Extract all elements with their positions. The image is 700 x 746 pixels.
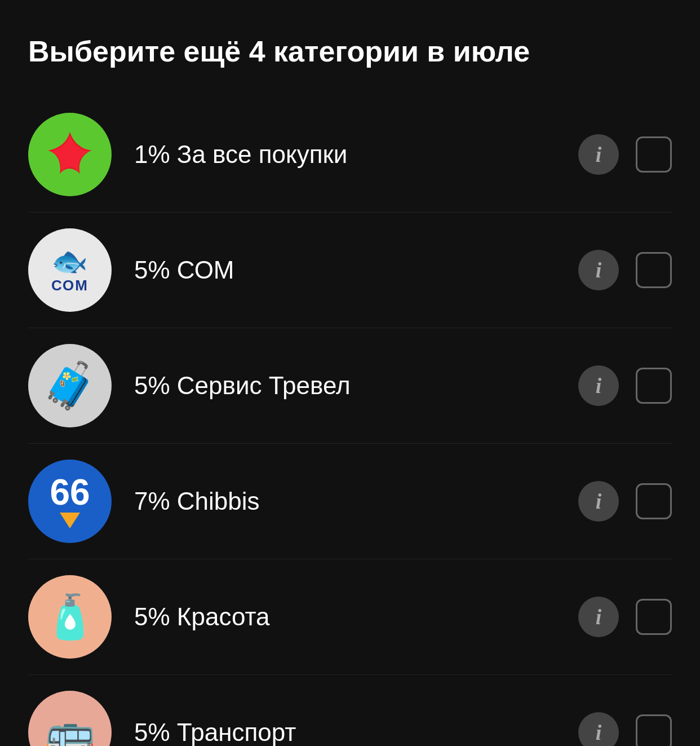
beauty-icon: 🧴 <box>43 592 97 642</box>
list-item: 🧳 5% Сервис Тревел i <box>28 328 672 444</box>
category-list: 1% За все покупки i 🐟 СОМ 5% СОМ i 🧳 5% … <box>28 97 672 746</box>
info-icon: i <box>596 604 602 629</box>
list-item: 1% За все покупки i <box>28 97 672 213</box>
category-label-transport: 5% Транспорт <box>134 718 578 746</box>
list-item: 66 7% Chibbis i <box>28 444 672 559</box>
info-button-travel[interactable]: i <box>578 365 619 406</box>
chibbis-number: 66 <box>50 474 90 510</box>
checkbox-transport[interactable] <box>636 714 672 746</box>
category-label-all-purchases: 1% За все покупки <box>134 140 578 169</box>
category-label-chibbis: 7% Chibbis <box>134 487 578 515</box>
category-icon-beauty: 🧴 <box>28 575 112 659</box>
checkbox-beauty[interactable] <box>636 599 672 635</box>
star-icon <box>45 129 95 180</box>
com-fish-icon: 🐟 <box>51 246 88 276</box>
info-icon: i <box>596 720 602 745</box>
info-icon: i <box>596 142 602 167</box>
checkbox-travel[interactable] <box>636 368 672 404</box>
checkbox-com[interactable] <box>636 252 672 288</box>
page-title: Выберите ещё 4 категории в июле <box>28 34 672 69</box>
category-icon-com: 🐟 СОМ <box>28 228 112 312</box>
checkbox-chibbis[interactable] <box>636 483 672 519</box>
category-label-beauty: 5% Красота <box>134 603 578 631</box>
info-icon: i <box>596 373 602 398</box>
luggage-icon: 🧳 <box>42 359 98 412</box>
category-icon-all-purchases <box>28 113 112 196</box>
category-icon-travel: 🧳 <box>28 344 112 427</box>
category-label-com: 5% СОМ <box>134 256 578 284</box>
list-item: 🐟 СОМ 5% СОМ i <box>28 213 672 328</box>
list-item: 🧴 5% Красота i <box>28 559 672 675</box>
category-icon-chibbis: 66 <box>28 460 112 543</box>
info-button-chibbis[interactable]: i <box>578 481 619 522</box>
chibbis-beak-icon <box>60 513 80 528</box>
info-button-com[interactable]: i <box>578 250 619 290</box>
checkbox-all-purchases[interactable] <box>636 136 672 173</box>
info-button-beauty[interactable]: i <box>578 597 619 637</box>
com-text: СОМ <box>51 277 88 294</box>
com-logo: 🐟 СОМ <box>51 246 88 294</box>
info-icon: i <box>596 258 602 282</box>
info-button-transport[interactable]: i <box>578 712 619 746</box>
list-item: 🚌 5% Транспорт i <box>28 675 672 746</box>
category-icon-transport: 🚌 <box>28 691 112 746</box>
chibbis-logo: 66 <box>50 474 90 528</box>
category-label-travel: 5% Сервис Тревел <box>134 372 578 400</box>
transport-icon: 🚌 <box>45 709 95 746</box>
info-button-all-purchases[interactable]: i <box>578 134 619 175</box>
info-icon: i <box>596 489 602 514</box>
